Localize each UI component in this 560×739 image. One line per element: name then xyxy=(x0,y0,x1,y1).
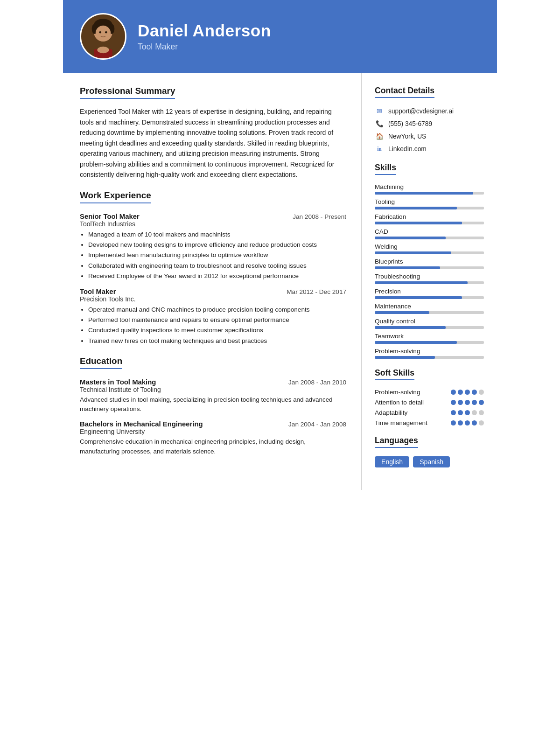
dot-1-2 xyxy=(465,400,470,405)
edu-2-header: Bachelors in Mechanical Engineering Jan … xyxy=(80,420,346,428)
skill-name-6: Troubleshooting xyxy=(375,273,484,280)
skill-bar-fill-10 xyxy=(375,341,457,344)
skill-bar-bg-3 xyxy=(375,237,484,239)
header-name: Daniel Anderson xyxy=(138,21,271,40)
dot-2-4 xyxy=(479,410,484,415)
dot-0-3 xyxy=(472,390,477,395)
header: Daniel Anderson Tool Maker xyxy=(63,0,497,73)
language-tag-1: Spanish xyxy=(413,456,450,467)
main-layout: Professional Summary Experienced Tool Ma… xyxy=(63,73,497,490)
skill-bar-fill-5 xyxy=(375,266,440,269)
edu-2-desc: Comprehensive education in mechanical en… xyxy=(80,437,346,456)
header-title: Tool Maker xyxy=(138,42,271,52)
edu-2: Bachelors in Mechanical Engineering Jan … xyxy=(80,420,346,456)
skill-bar-fill-1 xyxy=(375,207,457,209)
contact-section: Contact Details ✉ support@cvdesigner.ai … xyxy=(375,86,484,153)
skill-bar-bg-6 xyxy=(375,281,484,284)
skill-item-9: Quality control xyxy=(375,318,484,329)
skills-section: Skills Machining Tooling Fabrication CAD… xyxy=(375,163,484,359)
skills-title: Skills xyxy=(375,163,396,175)
skill-name-8: Maintenance xyxy=(375,303,484,310)
skill-bar-fill-9 xyxy=(375,326,446,329)
dot-2-1 xyxy=(458,410,463,415)
svg-point-5 xyxy=(99,31,101,34)
location-icon: 🏠 xyxy=(375,132,384,141)
soft-skill-dots-3 xyxy=(451,420,484,425)
job-1-bullet-3: Implemented lean manufacturing principle… xyxy=(88,251,346,260)
job-1-bullet-2: Developed new tooling designs to improve… xyxy=(88,240,346,250)
job-1-dates: Jan 2008 - Present xyxy=(293,213,346,220)
skill-item-3: CAD xyxy=(375,228,484,239)
skill-bar-bg-9 xyxy=(375,326,484,329)
svg-point-6 xyxy=(105,31,107,34)
skill-bar-fill-6 xyxy=(375,281,468,284)
dot-2-3 xyxy=(472,410,477,415)
skill-item-2: Fabrication xyxy=(375,213,484,224)
skill-bar-fill-8 xyxy=(375,311,429,314)
dot-2-0 xyxy=(451,410,456,415)
job-1-bullet-4: Collaborated with engineering team to tr… xyxy=(88,261,346,271)
job-1-bullet-5: Received Employee of the Year award in 2… xyxy=(88,272,346,281)
skill-name-3: CAD xyxy=(375,228,484,235)
contact-title: Contact Details xyxy=(375,86,434,98)
skill-bar-bg-1 xyxy=(375,207,484,209)
dot-3-1 xyxy=(458,420,463,425)
soft-skill-name-1: Attention to detail xyxy=(375,399,424,406)
job-2-bullet-2: Performed tool maintenance and repairs t… xyxy=(88,315,346,325)
soft-skills-section: Soft Skills Problem-solving Attention to… xyxy=(375,368,484,426)
skill-bar-fill-11 xyxy=(375,356,435,359)
skill-bar-bg-8 xyxy=(375,311,484,314)
right-column: Contact Details ✉ support@cvdesigner.ai … xyxy=(362,73,497,490)
skill-name-4: Welding xyxy=(375,243,484,250)
skill-bar-bg-5 xyxy=(375,266,484,269)
dot-3-2 xyxy=(465,420,470,425)
soft-skill-row-0: Problem-solving xyxy=(375,389,484,396)
contact-phone: 📞 (555) 345-6789 xyxy=(375,119,484,128)
skill-bar-bg-0 xyxy=(375,192,484,195)
education-title: Education xyxy=(80,356,122,369)
skill-item-11: Problem-solving xyxy=(375,348,484,359)
edu-1-dates: Jan 2008 - Jan 2010 xyxy=(288,379,346,386)
job-1-title: Senior Tool Maker xyxy=(80,213,140,220)
edu-1-degree: Masters in Tool Making xyxy=(80,378,156,386)
skill-name-10: Teamwork xyxy=(375,333,484,340)
skill-name-1: Tooling xyxy=(375,198,484,205)
contact-email-value: support@cvdesigner.ai xyxy=(388,108,454,115)
soft-skills-title: Soft Skills xyxy=(375,368,414,380)
phone-icon: 📞 xyxy=(375,119,384,128)
soft-skill-dots-1 xyxy=(451,400,484,405)
dot-1-1 xyxy=(458,400,463,405)
dot-1-4 xyxy=(479,400,484,405)
education-section: Education Masters in Tool Making Jan 200… xyxy=(80,356,346,456)
summary-title: Professional Summary xyxy=(80,86,175,99)
edu-1-school: Technical Institute of Tooling xyxy=(80,386,346,393)
soft-skill-name-0: Problem-solving xyxy=(375,389,420,396)
languages-section: Languages EnglishSpanish xyxy=(375,436,484,467)
edu-2-dates: Jan 2004 - Jan 2008 xyxy=(288,421,346,428)
job-2-bullet-1: Operated manual and CNC machines to prod… xyxy=(88,305,346,314)
job-1-bullets: Managed a team of 10 tool makers and mac… xyxy=(88,230,346,281)
dot-0-2 xyxy=(465,390,470,395)
soft-skill-dots-2 xyxy=(451,410,484,415)
job-2-dates: Mar 2012 - Dec 2017 xyxy=(287,288,346,295)
language-tag-0: English xyxy=(375,456,409,467)
edu-2-degree: Bachelors in Mechanical Engineering xyxy=(80,420,203,428)
soft-skill-name-2: Adaptability xyxy=(375,409,407,416)
contact-location-value: NewYork, US xyxy=(388,133,426,140)
contact-linkedin-value: LinkedIn.com xyxy=(388,146,427,153)
skill-bar-fill-0 xyxy=(375,192,473,195)
linkedin-icon: in xyxy=(375,144,384,153)
soft-skill-dots-0 xyxy=(451,390,484,395)
edu-1-desc: Advanced studies in tool making, special… xyxy=(80,395,346,414)
skill-name-7: Precision xyxy=(375,288,484,295)
job-2-bullet-3: Conducted quality inspections to meet cu… xyxy=(88,326,346,335)
skill-item-5: Blueprints xyxy=(375,258,484,269)
skill-bar-fill-7 xyxy=(375,296,462,299)
contact-location: 🏠 NewYork, US xyxy=(375,132,484,141)
svg-point-4 xyxy=(96,26,111,41)
svg-point-8 xyxy=(97,47,109,53)
job-2-header: Tool Maker Mar 2012 - Dec 2017 xyxy=(80,288,346,295)
skill-bar-bg-4 xyxy=(375,251,484,254)
edu-1: Masters in Tool Making Jan 2008 - Jan 20… xyxy=(80,378,346,414)
skill-item-4: Welding xyxy=(375,243,484,254)
